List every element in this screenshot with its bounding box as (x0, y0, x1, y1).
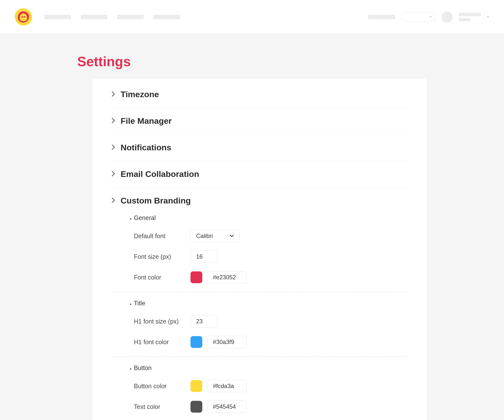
font-color-swatch[interactable] (190, 271, 202, 283)
user-info (459, 13, 481, 21)
top-navigation (0, 0, 504, 34)
font-size-input[interactable] (190, 250, 218, 263)
nav-links (44, 15, 180, 19)
header-dropdown[interactable] (401, 12, 436, 22)
group-button-label: Button (134, 364, 408, 372)
section-title: Timezone (121, 90, 159, 99)
font-color-input[interactable] (207, 271, 247, 283)
section-timezone[interactable]: Timezone (112, 81, 408, 108)
font-size-label: Font size (px) (134, 253, 190, 260)
default-font-label: Default font (134, 233, 190, 240)
text-color-input[interactable] (207, 401, 247, 413)
nav-placeholder[interactable] (81, 15, 107, 19)
chevron-right-icon (112, 91, 115, 98)
chevron-down-icon[interactable] (487, 16, 489, 18)
page-title: Settings (77, 54, 427, 69)
chevron-down-icon (429, 16, 432, 18)
nav-placeholder (368, 15, 395, 19)
default-font-select[interactable]: Calibri (190, 230, 240, 242)
avatar[interactable] (441, 11, 453, 23)
chevron-right-icon (112, 171, 115, 177)
nav-placeholder[interactable] (117, 15, 144, 19)
h1-font-size-label: H1 font size (px) (134, 318, 190, 325)
text-color-swatch[interactable] (190, 401, 202, 413)
separator (112, 357, 408, 357)
button-color-input[interactable] (207, 380, 247, 392)
separator (112, 292, 408, 292)
button-color-swatch[interactable] (190, 380, 202, 392)
h1-font-color-input[interactable] (207, 336, 247, 348)
chevron-right-icon (112, 144, 115, 151)
chevron-down-icon (230, 234, 234, 237)
settings-card: Timezone File Manager Notifications Emai… (93, 79, 427, 420)
nav-placeholder[interactable] (44, 15, 71, 19)
h1-font-size-input[interactable] (190, 315, 218, 327)
chevron-right-icon (112, 198, 115, 204)
font-color-label: Font color (134, 274, 190, 281)
chevron-right-icon (112, 118, 115, 124)
section-notifications[interactable]: Notifications (112, 134, 408, 161)
app-logo[interactable] (15, 8, 32, 26)
section-email-collaboration[interactable]: Email Collaboration (112, 161, 408, 187)
text-color-label: Text color (134, 403, 190, 410)
group-general-label: General (134, 214, 408, 221)
default-font-value: Calibri (196, 233, 213, 239)
section-custom-branding[interactable]: Custom Branding (112, 187, 408, 208)
section-title: Custom Branding (121, 196, 191, 205)
group-title-label: Title (134, 300, 408, 307)
nav-placeholder[interactable] (154, 15, 180, 19)
button-color-label: Button color (134, 383, 190, 390)
section-title: File Manager (121, 116, 172, 126)
section-title: Notifications (121, 143, 171, 152)
section-title: Email Collaboration (121, 169, 199, 179)
section-file-manager[interactable]: File Manager (112, 108, 408, 134)
h1-font-color-swatch[interactable] (190, 336, 202, 348)
h1-font-color-label: H1 font color (134, 339, 190, 346)
